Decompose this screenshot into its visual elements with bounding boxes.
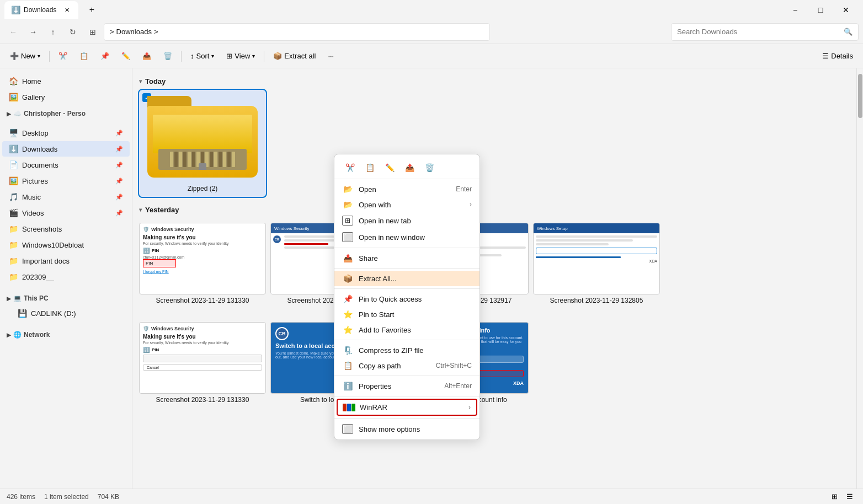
file-item-ss132805[interactable]: Windows Setup XDA Screenshot 202	[533, 218, 660, 309]
grid-view-button[interactable]: ⊞	[828, 490, 841, 503]
music-pin-icon: 📌	[115, 194, 123, 201]
list-view-button[interactable]: ☰	[843, 490, 856, 503]
context-menu: ✂️ 📋 ✏️ 📤 🗑️ 📂 Open Enter 📂 Open with ›	[334, 154, 480, 440]
up-button[interactable]: ↑	[44, 23, 62, 41]
search-box[interactable]: 🔍	[671, 23, 859, 41]
thispc-icon: 💻	[13, 294, 22, 302]
new-button[interactable]: ➕ New ▾	[4, 47, 46, 65]
delete-button[interactable]: 🗑️	[158, 47, 178, 65]
sidebar-item-documents[interactable]: 📄 Documents 📌	[2, 157, 130, 173]
ws-header: 🛡️ Windows Security	[143, 227, 262, 232]
ctx-item-open-new-window[interactable]: ⬜ Open in new window	[334, 229, 480, 245]
ctx-delete-button[interactable]: 🗑️	[420, 160, 438, 175]
ws-appname2: Windows Security	[151, 326, 194, 331]
ctx-copypath-shortcut: Ctrl+Shift+C	[436, 362, 472, 369]
downloads-sidebar-icon: ⬇️	[9, 144, 18, 153]
status-selected: 1 item selected	[44, 493, 89, 501]
sort-button[interactable]: ↕️ Sort ▾	[185, 47, 220, 65]
ws-app-name: Windows Security	[151, 227, 194, 232]
view-button[interactable]: ⊞ View ▾	[221, 47, 260, 65]
ws-header2: 🛡️ Windows Security	[143, 326, 262, 331]
ctx-pinquick-icon: 📌	[342, 294, 353, 303]
ss-header-3: Windows Setup	[534, 223, 659, 233]
details-label: Details	[831, 52, 853, 60]
tab-close-button[interactable]: ✕	[62, 5, 72, 15]
extract-icon: 📦	[273, 52, 282, 60]
christopher-label: Christopher - Perso	[24, 110, 86, 117]
minimize-button[interactable]: −	[782, 0, 808, 20]
ctx-item-open[interactable]: 📂 Open Enter	[334, 181, 480, 197]
ctx-sep-1	[334, 248, 480, 248]
sidebar-home-label: Home	[22, 77, 41, 85]
sidebar-item-cadlink[interactable]: 💾 CADLINK (D:)	[2, 305, 130, 321]
sidebar-item-gallery[interactable]: 🖼️ Gallery	[2, 89, 130, 105]
ctx-item-share[interactable]: 📤 Share	[334, 250, 480, 266]
ctx-item-pin-quick[interactable]: 📌 Pin to Quick access	[334, 291, 480, 307]
layout-button[interactable]: ⊞	[84, 23, 102, 41]
ctx-item-open-with[interactable]: 📂 Open with ›	[334, 197, 480, 212]
screenshots-icon: 📁	[9, 224, 18, 233]
sidebar-item-music[interactable]: 🎵 Music 📌	[2, 189, 130, 205]
rename-button[interactable]: ✏️	[116, 47, 136, 65]
sidebar-item-videos[interactable]: 🎬 Videos 📌	[2, 205, 130, 221]
pin-option-label: PIN	[152, 248, 159, 253]
ctx-openwith-icon: 📂	[342, 200, 353, 209]
pictures-label: Pictures	[22, 177, 48, 185]
breadcrumb[interactable]: > Downloads >	[104, 23, 490, 41]
title-bar: ⬇️ Downloads ✕ + − □ ✕	[0, 0, 863, 20]
tab-downloads-icon: ⬇️	[11, 6, 20, 14]
sidebar-group-network[interactable]: ▶ 🌐 Network	[0, 328, 132, 341]
separator-3	[264, 51, 264, 62]
ss-line9	[536, 243, 609, 245]
ctx-item-winrar[interactable]: WinRAR ›	[337, 399, 477, 416]
sidebar-item-202309[interactable]: 📁 202309__	[2, 269, 130, 285]
sidebar-group-christopher[interactable]: ▶ ☁️ Christopher - Perso	[0, 107, 132, 120]
maximize-button[interactable]: □	[808, 0, 833, 20]
details-button[interactable]: ☰ Details	[817, 47, 859, 65]
sidebar-item-home[interactable]: 🏠 Home	[2, 73, 130, 89]
scrollbar-thumb[interactable]	[858, 74, 862, 118]
copy-button[interactable]: 📋	[74, 47, 94, 65]
ctx-item-compress[interactable]: 🗜️ Compress to ZIP file	[334, 342, 480, 358]
sidebar-item-screenshots[interactable]: 📁 Screenshots	[2, 221, 130, 237]
share-icon: 📤	[142, 52, 151, 60]
close-button[interactable]: ✕	[833, 0, 859, 20]
share-button[interactable]: 📤	[137, 47, 157, 65]
ctx-item-extract-all[interactable]: 📦 Extract All...	[334, 271, 480, 286]
ctx-copy-button[interactable]: 📋	[361, 160, 379, 175]
sidebar-item-important-docs[interactable]: 📁 Important docs	[2, 253, 130, 269]
cut-button[interactable]: ✂️	[53, 47, 73, 65]
ctx-extract-label: Extract All...	[359, 275, 472, 283]
ctx-rename-button[interactable]: ✏️	[381, 160, 398, 175]
ctx-copypath-icon: 📋	[342, 361, 353, 370]
new-tab-button[interactable]: +	[83, 1, 100, 19]
sidebar-item-win10debloat[interactable]: 📁 Windows10Debloat	[2, 237, 130, 253]
vertical-scrollbar[interactable]	[856, 68, 863, 489]
sidebar-group-thispc[interactable]: ▶ 💻 This PC	[0, 292, 132, 305]
ctx-item-more-options[interactable]: ⬜ Show more options	[334, 421, 480, 437]
file-item-winsec2[interactable]: 🛡️ Windows Security Making sure it's you…	[139, 318, 266, 408]
ws-text2: For security, Windows needs to verify yo…	[143, 341, 262, 345]
file-item-ss133330[interactable]: 🛡️ Windows Security Making sure it's you…	[139, 218, 266, 309]
ctx-item-properties[interactable]: ℹ️ Properties Alt+Enter	[334, 378, 480, 394]
file-item-zipped2[interactable]: ✓	[139, 90, 266, 197]
back-button[interactable]: ←	[4, 23, 22, 41]
paste-button[interactable]: 📌	[95, 47, 115, 65]
ctx-cut-button[interactable]: ✂️	[341, 160, 359, 175]
sidebar-item-desktop[interactable]: 🖥️ Desktop 📌	[2, 125, 130, 141]
sidebar-item-downloads[interactable]: ⬇️ Downloads 📌	[2, 141, 130, 157]
ctx-item-copy-path[interactable]: 📋 Copy as path Ctrl+Shift+C	[334, 358, 480, 373]
extract-all-button[interactable]: 📦 Extract all	[268, 47, 321, 65]
ws-title2: Making sure it's you	[143, 334, 262, 340]
ctx-share-button[interactable]: 📤	[401, 160, 418, 175]
refresh-button[interactable]: ↻	[64, 23, 82, 41]
forward-button[interactable]: →	[24, 23, 42, 41]
active-tab[interactable]: ⬇️ Downloads ✕	[4, 1, 78, 19]
ss-error	[284, 243, 328, 245]
ctx-item-open-new-tab[interactable]: ⊞ Open in new tab	[334, 212, 480, 229]
search-input[interactable]	[677, 28, 844, 36]
more-button[interactable]: ···	[322, 47, 339, 65]
ctx-item-pin-start[interactable]: ⭐ Pin to Start	[334, 307, 480, 322]
ctx-item-add-favorites[interactable]: ⭐ Add to Favorites	[334, 322, 480, 337]
sidebar-item-pictures[interactable]: 🖼️ Pictures 📌	[2, 173, 130, 189]
